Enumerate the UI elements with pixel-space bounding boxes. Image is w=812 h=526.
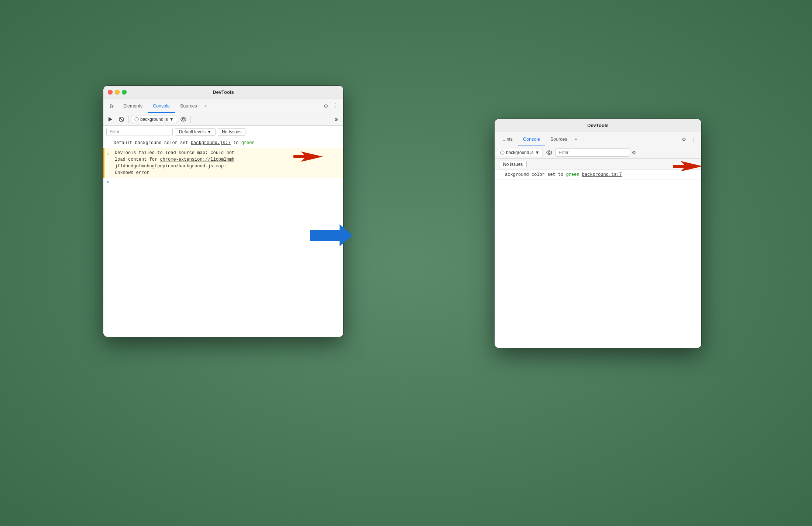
close-button[interactable] bbox=[108, 90, 113, 95]
red-arrow-1-container bbox=[293, 150, 323, 165]
tab-sources[interactable]: Sources bbox=[175, 99, 202, 113]
minimize-button[interactable] bbox=[115, 90, 120, 95]
tab-elements[interactable]: Elements bbox=[118, 99, 148, 113]
right-tab-console[interactable]: Console bbox=[518, 133, 545, 146]
cursor-icon[interactable] bbox=[106, 99, 118, 113]
right-gear-icon[interactable]: ⚙ bbox=[680, 132, 688, 146]
right-toolbar: background.js ▼ ⚙ bbox=[495, 146, 701, 159]
right-dots-icon[interactable]: ⋮ bbox=[688, 132, 698, 146]
traffic-lights bbox=[108, 90, 127, 95]
left-filterbar: Default levels ▼ No Issues bbox=[103, 126, 343, 138]
right-console-message: ackground color set to green background.… bbox=[495, 170, 701, 180]
right-eye-icon[interactable] bbox=[544, 148, 554, 157]
no-issues-button[interactable]: No Issues bbox=[218, 128, 245, 136]
left-titlebar: DevTools bbox=[103, 86, 343, 99]
right-devtools-window: DevTools ...nts Console Sources » ⚙ ⋮ bbox=[495, 119, 701, 348]
right-console-content: ackground color set to green background.… bbox=[495, 170, 701, 348]
svg-point-5 bbox=[182, 118, 184, 120]
toolbar-divider-2 bbox=[190, 116, 191, 123]
right-filter-gear-icon[interactable]: ⚙ bbox=[631, 149, 637, 156]
file-link-js7[interactable]: background.js:7 bbox=[191, 140, 231, 146]
right-file-link-ts7[interactable]: background.ts:7 bbox=[582, 172, 622, 177]
right-tabbar: ...nts Console Sources » ⚙ ⋮ bbox=[495, 132, 701, 146]
red-arrow-2-container bbox=[673, 160, 703, 174]
green-color-value: green bbox=[241, 140, 255, 146]
svg-marker-7 bbox=[293, 151, 323, 162]
right-green-value: green bbox=[566, 172, 579, 177]
right-more-tabs[interactable]: » bbox=[572, 132, 579, 146]
toolbar-gear-icon[interactable]: ⚙ bbox=[331, 115, 341, 124]
left-toolbar: background.js ▼ ⚙ bbox=[103, 113, 343, 126]
svg-point-9 bbox=[547, 151, 552, 154]
clear-icon[interactable] bbox=[117, 115, 126, 124]
console-message-info: Default background color set background.… bbox=[103, 138, 343, 148]
more-tabs-button[interactable]: » bbox=[202, 99, 209, 113]
right-tab-sources[interactable]: Sources bbox=[545, 133, 572, 146]
svg-point-4 bbox=[181, 117, 186, 121]
right-tab-elements[interactable]: ...nts bbox=[498, 133, 518, 146]
right-no-issues-button[interactable]: No Issues bbox=[499, 161, 527, 168]
console-prompt[interactable]: > bbox=[103, 178, 343, 187]
right-issues-bar: No Issues bbox=[495, 159, 701, 170]
file-selector[interactable]: background.js ▼ bbox=[131, 116, 177, 123]
svg-marker-0 bbox=[109, 117, 112, 122]
more-options-icon[interactable]: ⋮ bbox=[330, 99, 340, 113]
execute-icon[interactable] bbox=[106, 115, 115, 124]
right-file-selector[interactable]: background.js ▼ bbox=[497, 149, 543, 156]
toolbar-divider bbox=[128, 116, 129, 123]
svg-point-10 bbox=[548, 151, 550, 153]
left-tabbar: Elements Console Sources » ⚙ ⋮ bbox=[103, 99, 343, 113]
warning-icon: ⚠ bbox=[107, 150, 110, 157]
red-arrow-2 bbox=[673, 160, 703, 173]
svg-marker-6 bbox=[310, 224, 352, 246]
svg-point-8 bbox=[500, 151, 504, 154]
source-map-link-2[interactable]: jfldnedgofmnbngfpepinoo/background.js.ma… bbox=[115, 164, 224, 169]
maximize-button[interactable] bbox=[122, 90, 127, 95]
red-arrow-1 bbox=[293, 150, 323, 163]
right-filter-input[interactable] bbox=[555, 148, 629, 157]
levels-dropdown[interactable]: Default levels ▼ bbox=[175, 128, 216, 136]
eye-icon[interactable] bbox=[179, 115, 188, 124]
source-map-link-1[interactable]: chrome-extension://liobmlhmh bbox=[160, 157, 234, 162]
right-titlebar: DevTools bbox=[495, 119, 701, 132]
svg-line-2 bbox=[120, 117, 123, 121]
left-devtools-window: DevTools Elements Console Sources bbox=[103, 86, 343, 337]
right-window-title: DevTools bbox=[587, 123, 609, 128]
settings-gear-icon[interactable]: ⚙ bbox=[322, 99, 330, 113]
blue-arrow-container bbox=[310, 222, 354, 250]
tab-console[interactable]: Console bbox=[148, 99, 175, 113]
svg-point-3 bbox=[135, 117, 138, 121]
left-window-title: DevTools bbox=[213, 89, 234, 95]
svg-marker-11 bbox=[673, 161, 703, 171]
filter-input[interactable] bbox=[106, 128, 173, 136]
console-content: Default background color set background.… bbox=[103, 138, 343, 337]
blue-arrow bbox=[310, 222, 354, 248]
